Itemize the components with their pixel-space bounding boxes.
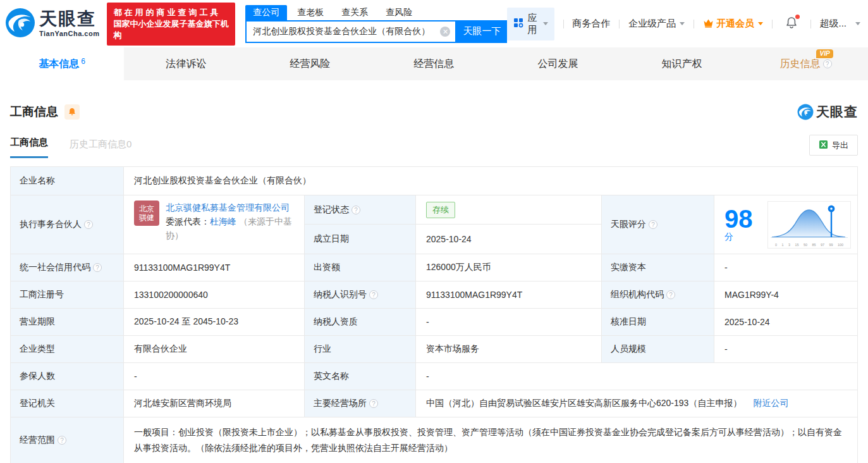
paidin-capital-label: 实缴资本 [601,254,714,281]
taxpayer-id-value: 91133100MAG1R99Y4T [415,281,601,308]
industry-value: 资本市场服务 [415,336,601,362]
partner-label: 执行事务合伙人 ? [11,195,123,254]
table-row: 企业类型 有限合伙企业 行业 资本市场服务 人员规模 - [11,335,857,362]
tianyancha-logo[interactable]: 天眼查 TianYanCha.com [5,8,99,40]
tab-company-development[interactable]: 公司发展 [496,47,620,80]
rep-name-link[interactable]: 杜海峰 [210,216,236,226]
help-icon[interactable]: ? [351,206,360,214]
apps-menu[interactable]: 应用 [507,8,554,40]
credit-code-value: 91133100MAG1R99Y4T [123,254,304,281]
company-type-label: 企业类型 [11,336,123,362]
chevron-down-icon [758,22,763,25]
chevron-down-icon[interactable] [855,22,860,25]
score-number: 98 [724,205,753,233]
help-icon[interactable]: ? [369,290,378,299]
table-row: 参保人数 - 英文名称 - [11,362,857,390]
slogan-line2: 国家中小企业发展子基金旗下机构 [113,18,229,41]
tab-business-info[interactable]: 经营信息 [372,47,496,80]
excel-icon [819,140,828,151]
tab-intellectual-property[interactable]: 知识产权 [620,47,743,80]
export-button[interactable]: 导出 [809,135,858,156]
registry-authority-label: 登记机关 [11,390,123,417]
brand-domain: TianYanCha.com [39,30,99,37]
header-right-nav: 应用 商务合作 企业级产品 开通会员 [507,8,860,40]
search-area: 查公司 查老板 查关系 查风险 ✕ 天眼一下 [245,5,507,43]
rep-label: 委派代表： [166,216,210,226]
nearby-companies-link[interactable]: 附近公司 [753,398,788,409]
org-code-label: 组织机构代码? [601,281,714,308]
main-content: 工商信息 天眼查 工商信息 历史工商信息0 [0,103,868,463]
company-name-label: 企业名称 [11,167,123,195]
tianyancha-swirl-icon [5,8,35,40]
industry-label: 行业 [304,336,415,362]
reg-number-label: 工商注册号 [11,281,123,308]
business-address-label: 主要经营场所? [304,390,415,417]
search-input-box: ✕ [245,20,456,43]
company-type-value: 有限合伙企业 [123,336,304,362]
enterprise-products-menu[interactable]: 企业级产品 [628,18,685,30]
subtab-history-business-info[interactable]: 历史工商信息0 [70,139,131,158]
partner-avatar[interactable]: 北京 骐健 [134,201,159,226]
english-name-label: 英文名称 [304,363,415,390]
org-code-value: MAG1R99Y-4 [714,281,857,308]
search-tabs: 查公司 查老板 查关系 查风险 [245,5,507,20]
taxpayer-quality-label: 纳税人资质 [304,309,415,335]
company-nav-tabs: 基本信息 6 法律诉讼 经营风险 经营信息 公司发展 知识产权 历史信息 VIP… [0,47,868,80]
status-badge: 存续 [426,202,455,218]
capital-label: 出资额 [304,254,415,281]
help-icon[interactable]: ? [93,263,102,272]
business-term-value: 2025-10-24 至 2045-10-23 [123,309,304,335]
search-tab-boss[interactable]: 查老板 [290,5,331,20]
help-icon[interactable]: ? [823,59,832,68]
approval-date-label: 核准日期 [601,309,714,335]
business-term-label: 营业期限 [11,309,123,335]
subtab-business-info[interactable]: 工商信息 [10,137,48,158]
table-row: 经营范围? 一般项目：创业投资（限投资未上市企业）；以私募基金从事股权投资、投资… [11,417,857,463]
help-icon[interactable]: ? [649,220,657,229]
credit-code-label: 统一社会信用代码? [11,254,123,281]
insured-count-value: - [123,363,304,390]
help-icon[interactable]: ? [58,436,66,445]
help-icon[interactable]: ? [666,290,675,299]
tab-legal[interactable]: 法律诉讼 [124,47,248,80]
table-row: 工商注册号 133100200000640 纳税人识别号? 91133100MA… [11,281,857,308]
table-row: 统一社会信用代码? 91133100MAG1R99Y4T 出资额 126000万… [11,254,857,281]
help-icon[interactable]: ? [369,399,378,408]
registry-authority-value: 河北雄安新区营商环境局 [123,390,304,417]
partner-value: 北京 骐健 北京骐健私募基金管理有限公司 委派代表：杜海峰 （来源于中基协） [123,195,304,254]
account-menu[interactable]: 超级... [820,18,847,30]
brand-name: 天眼查 [39,10,99,28]
table-row: 营业期限 2025-10-24 至 2045-10-23 纳税人资质 - 核准日… [11,308,857,335]
business-cooperation-link[interactable]: 商务合作 [572,18,610,30]
business-scope-label: 经营范围? [11,417,123,463]
clear-search-icon[interactable]: ✕ [440,27,450,37]
tab-operation-risk[interactable]: 经营风险 [248,47,372,80]
table-row: 企业名称 河北创业股权投资基金合伙企业（有限合伙） [11,167,857,195]
approval-date-value: 2025-10-24 [714,309,857,335]
table-row: 执行事务合伙人 ? 北京 骐健 北京骐健私募基金管理有限公司 委派代表：杜海峰 … [11,195,857,254]
est-date-label: 成立日期 [304,225,415,254]
brand-slogan: 都在用的商业查询工具 国家中小企业发展子基金旗下机构 [107,3,235,46]
score-axis-ticks: 0131550859799100 [774,243,844,246]
staff-size-label: 人员规模 [601,336,714,362]
table-row: 登记机关 河北雄安新区营商环境局 主要经营场所? 中国（河北）自由贸易试验区雄安… [11,390,857,417]
vip-badge: VIP [816,49,833,58]
search-input[interactable] [253,27,440,37]
chevron-down-icon [680,22,685,25]
subscribe-bell-icon[interactable] [64,104,80,120]
tab-history-info[interactable]: 历史信息 VIP ? [744,47,868,80]
watermark-logo: 天眼查 [797,103,858,121]
search-tab-company[interactable]: 查公司 [245,5,287,20]
company-name-value: 河北创业股权投资基金合伙企业（有限合伙） [123,167,857,195]
business-address-value: 中国（河北）自由贸易试验区雄安片区雄安高新区服务中心620-193（自主申报） … [415,390,857,417]
help-icon[interactable]: ? [84,220,93,229]
slogan-line1: 都在用的商业查询工具 [113,7,229,18]
partner-company-link[interactable]: 北京骐健私募基金管理有限公司 [166,202,290,213]
english-name-value: - [415,363,857,390]
search-tab-relation[interactable]: 查关系 [334,5,376,20]
search-button[interactable]: 天眼一下 [456,20,507,43]
open-vip-menu[interactable]: 开通会员 [703,18,763,30]
notifications-button[interactable] [785,16,798,31]
search-tab-risk[interactable]: 查风险 [378,5,420,20]
tab-basic-info[interactable]: 基本信息 6 [0,47,124,80]
